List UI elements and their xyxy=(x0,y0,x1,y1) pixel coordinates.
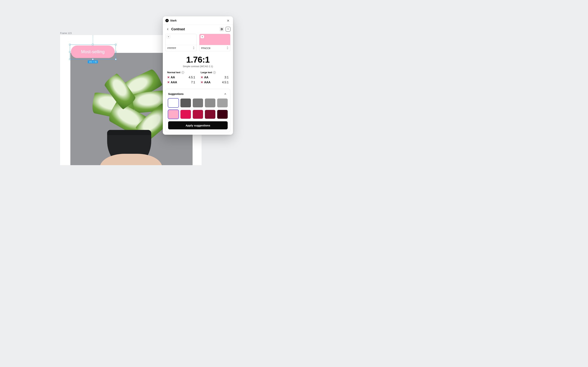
aaa-label: AAA xyxy=(204,81,211,84)
settings-button[interactable] xyxy=(219,27,224,32)
resize-handle[interactable] xyxy=(115,58,116,60)
aa-label: AA xyxy=(204,76,208,79)
large-text-results: Large text i ✕AA 3:1 ✕AAA 4.5:1 xyxy=(201,71,229,85)
stark-logo-icon xyxy=(165,19,169,22)
foreground-color-card: FFFFFF xyxy=(165,34,197,51)
large-text-label: Large text xyxy=(201,71,212,74)
color-inputs: FFFFFF FFACC8 xyxy=(163,34,233,51)
aaa-requirement: 7:1 xyxy=(191,81,195,84)
svg-point-1 xyxy=(222,29,223,30)
color-suggestion[interactable] xyxy=(181,99,191,107)
aa-requirement: 4.5:1 xyxy=(189,76,195,79)
fail-icon: ✕ xyxy=(201,76,203,79)
color-suggestion[interactable] xyxy=(193,99,203,107)
fail-icon: ✕ xyxy=(201,81,203,84)
ratio-caption: Simple contrast (WCAG 2.1) xyxy=(165,65,230,68)
help-icon xyxy=(227,28,229,30)
color-suggestion[interactable] xyxy=(205,99,215,107)
resize-handle[interactable] xyxy=(69,51,70,53)
collapse-suggestions-button[interactable] xyxy=(223,92,228,96)
aaa-label: AAA xyxy=(171,81,177,84)
resize-handle[interactable] xyxy=(92,58,94,60)
help-button[interactable] xyxy=(226,27,230,32)
background-hex-input[interactable]: FFACC8 xyxy=(199,45,230,51)
fail-icon: ✕ xyxy=(167,81,170,84)
aa-label: AA xyxy=(171,76,175,79)
stepper-icon[interactable] xyxy=(193,47,195,50)
background-hex-value: FFACC8 xyxy=(201,47,210,50)
stark-panel: Stark Contrast xyxy=(163,16,233,135)
sliders-icon xyxy=(220,28,223,31)
suggestions-card: Suggestions Apply suggestions xyxy=(165,89,230,132)
alignment-guide xyxy=(93,35,93,45)
background-swatch[interactable] xyxy=(199,34,230,45)
section-title: Contrast xyxy=(171,27,185,31)
app-name: Stark xyxy=(170,19,177,22)
chevron-up-icon xyxy=(224,93,226,95)
info-icon[interactable]: i xyxy=(182,71,184,74)
aaa-requirement: 4.5:1 xyxy=(222,81,229,84)
panel-header: Stark xyxy=(163,16,233,25)
stepper-icon[interactable] xyxy=(226,47,228,50)
swatch-picker-button[interactable] xyxy=(167,35,170,38)
foreground-hex-value: FFFFFF xyxy=(167,47,176,50)
panel-subheader: Contrast xyxy=(163,25,233,34)
background-suggestions xyxy=(168,110,228,119)
foreground-hex-input[interactable]: FFFFFF xyxy=(165,45,196,51)
contrast-ratio: 1.76:1 Simple contrast (WCAG 2.1) xyxy=(163,51,233,69)
close-icon xyxy=(227,19,230,22)
close-button[interactable] xyxy=(226,18,230,23)
selection-size-badge: 141 × 45 xyxy=(88,60,98,63)
resize-handle[interactable] xyxy=(69,58,70,60)
resize-handle[interactable] xyxy=(69,44,70,45)
color-suggestion[interactable] xyxy=(181,110,191,119)
color-suggestion[interactable] xyxy=(168,99,179,107)
chevron-left-icon xyxy=(166,28,169,30)
background-color-card: FFACC8 xyxy=(199,34,230,51)
aa-requirement: 3:1 xyxy=(225,76,229,79)
color-suggestion[interactable] xyxy=(217,99,228,107)
color-suggestion[interactable] xyxy=(217,110,228,119)
resize-handle[interactable] xyxy=(115,51,116,53)
chevron-down-icon xyxy=(168,36,169,38)
color-suggestion[interactable] xyxy=(193,110,203,119)
foreground-swatch[interactable] xyxy=(165,34,196,45)
swatch-picker-button[interactable] xyxy=(200,35,204,38)
ratio-value: 1.76:1 xyxy=(165,55,230,65)
resize-handle[interactable] xyxy=(92,44,94,45)
brand: Stark xyxy=(165,19,177,22)
normal-text-results: Normal text i ✕AA 4.5:1 ✕AAA 7:1 xyxy=(167,71,195,85)
wcag-results: Normal text i ✕AA 4.5:1 ✕AAA 7:1 Large t… xyxy=(163,69,233,88)
selection-outline xyxy=(70,45,116,59)
selected-element[interactable]: Most-selling 141 × 45 xyxy=(70,45,116,59)
color-suggestion[interactable] xyxy=(168,110,179,119)
color-suggestion[interactable] xyxy=(205,110,215,119)
svg-point-0 xyxy=(221,28,222,29)
resize-handle[interactable] xyxy=(115,44,116,45)
back-button[interactable] xyxy=(165,27,170,32)
svg-point-2 xyxy=(221,30,221,30)
info-icon[interactable]: i xyxy=(213,71,216,74)
chevron-down-icon xyxy=(201,36,203,38)
fail-icon: ✕ xyxy=(167,76,170,79)
normal-text-label: Normal text xyxy=(167,71,181,74)
apply-suggestions-button[interactable]: Apply suggestions xyxy=(168,121,228,129)
frame-label[interactable]: Frame 123 xyxy=(60,32,72,34)
hand xyxy=(100,154,162,165)
foreground-suggestions xyxy=(168,99,228,107)
suggestions-label: Suggestions xyxy=(168,92,183,95)
